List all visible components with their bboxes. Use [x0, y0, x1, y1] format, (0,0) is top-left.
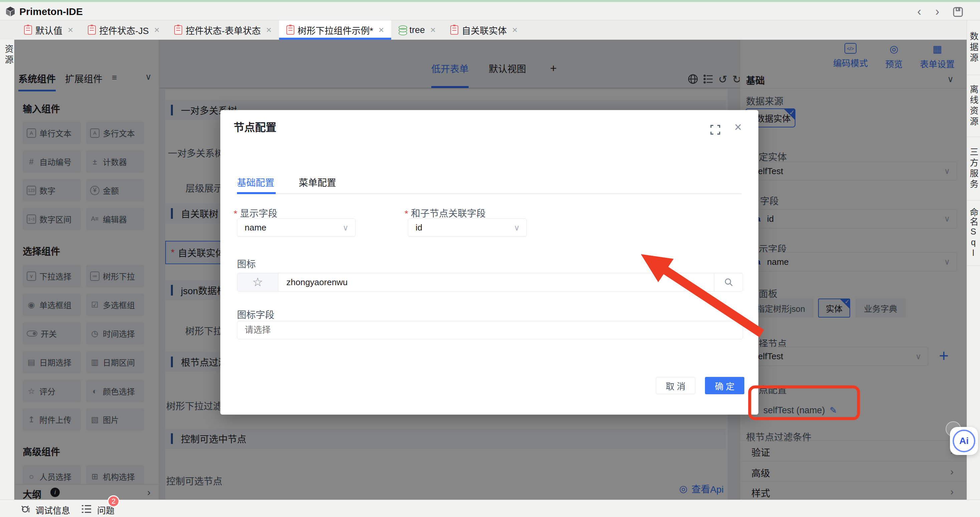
close-icon[interactable]: ×	[68, 25, 73, 35]
database-icon	[399, 25, 406, 35]
icon-input-group: ☆	[237, 273, 743, 292]
app-window: Primeton-IDE ‹ › 默认值× 控件状态-JS× 控件状态-表单状态…	[0, 0, 980, 517]
modal-title: 节点配置	[234, 119, 276, 134]
form-icon	[24, 25, 32, 35]
node-config-modal: 节点配置 × 基础配置 菜单配置 *显示字段 name∨ *和子节点关联字段 i…	[220, 110, 758, 415]
close-icon[interactable]: ×	[379, 25, 384, 35]
doc-tab-default-value[interactable]: 默认值×	[17, 21, 80, 40]
app-logo-icon	[5, 6, 16, 17]
modal-tab-basic-config[interactable]: 基础配置	[237, 176, 274, 189]
icon-name-input[interactable]	[278, 273, 714, 291]
child-link-field-label: *和子节点关联字段	[404, 206, 486, 219]
modal-tab-menu-config[interactable]: 菜单配置	[299, 176, 336, 189]
form-icon	[286, 25, 294, 35]
display-field-label: *显示字段	[234, 206, 277, 219]
problems-list-icon	[82, 505, 91, 513]
rail-item-data-source[interactable]: 数据源	[967, 21, 980, 75]
rail-item-offline-resource[interactable]: 离线资源	[967, 75, 980, 137]
close-icon[interactable]: ×	[154, 25, 159, 35]
left-rail: 资源	[0, 40, 14, 500]
document-tab-bar: 默认值× 控件状态-JS× 控件状态-表单状态× 树形下拉组件示例*× tree…	[0, 21, 967, 40]
doc-tab-self-relation-entity[interactable]: 自关联实体×	[443, 21, 525, 40]
save-icon[interactable]	[953, 7, 963, 17]
form-icon	[450, 25, 458, 35]
title-bar: Primeton-IDE ‹ ›	[0, 2, 980, 21]
form-icon	[88, 25, 96, 35]
ai-assistant-wrapper: Ai	[950, 427, 978, 455]
nav-back-icon[interactable]: ‹	[917, 5, 921, 19]
icon-preview-cell[interactable]: ☆	[237, 273, 278, 291]
ai-assistant-button[interactable]: Ai	[953, 430, 975, 452]
icon-search-button[interactable]	[714, 273, 743, 291]
fullscreen-icon[interactable]	[710, 125, 720, 135]
debug-icon	[21, 504, 31, 514]
app-title: Primeton-IDE	[19, 6, 83, 17]
icon-field-input[interactable]	[237, 321, 743, 339]
confirm-button[interactable]: 确 定	[705, 377, 745, 394]
modal-active-tab-indicator	[237, 192, 276, 194]
form-icon	[174, 25, 182, 35]
doc-tab-tree[interactable]: tree×	[391, 21, 443, 40]
icon-field-label: 图标字段	[237, 308, 274, 321]
close-icon[interactable]: ×	[430, 25, 436, 35]
icon-label: 图标	[237, 257, 256, 270]
rail-item-named-sql[interactable]: 命名Sql	[967, 200, 980, 266]
status-bar: 调试信息 问题 2	[0, 500, 980, 517]
rail-item-resources[interactable]: 资源	[2, 44, 15, 66]
problems-count-badge: 2	[108, 495, 119, 507]
doc-tab-widget-state-form[interactable]: 控件状态-表单状态×	[167, 21, 279, 40]
doc-tab-widget-state-js[interactable]: 控件状态-JS×	[80, 21, 167, 40]
doc-tab-tree-dropdown-example[interactable]: 树形下拉组件示例*×	[279, 21, 391, 40]
star-icon: ☆	[252, 275, 263, 289]
child-link-field-select[interactable]: id∨	[408, 219, 527, 237]
close-icon[interactable]: ×	[512, 25, 517, 35]
chevron-down-icon: ∨	[342, 223, 348, 233]
search-icon	[724, 278, 733, 287]
chevron-down-icon: ∨	[514, 223, 520, 233]
nav-forward-icon[interactable]: ›	[935, 5, 939, 19]
display-field-select[interactable]: name∨	[237, 219, 355, 237]
modal-tab-divider	[237, 193, 742, 194]
debug-info-button[interactable]: 调试信息	[35, 504, 70, 516]
cancel-button[interactable]: 取 消	[656, 377, 695, 394]
rail-item-third-party-service[interactable]: 三方服务	[967, 137, 980, 200]
close-icon[interactable]: ×	[266, 25, 271, 35]
modal-close-icon[interactable]: ×	[734, 120, 742, 135]
